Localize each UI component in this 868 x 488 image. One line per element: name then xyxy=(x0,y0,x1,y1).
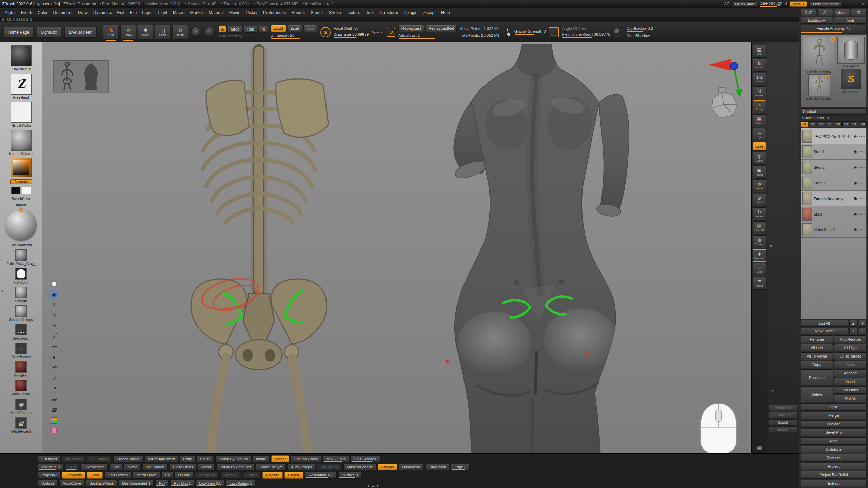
line-tool-icon[interactable]: ╱ xyxy=(50,332,58,341)
bottom-button[interactable]: Inflate xyxy=(253,455,270,462)
window-control-button[interactable]: – xyxy=(846,2,851,6)
draw-size-icon[interactable]: S xyxy=(320,27,331,37)
panel-top-button[interactable]: All xyxy=(817,9,833,16)
subtool-action-button[interactable]: Extract xyxy=(801,480,867,487)
Step 1[interactable]: Step 1 ◉ ● ● ● xyxy=(801,144,866,160)
local-symmetry-button[interactable]: ↔ L.Sym xyxy=(753,128,766,141)
subtool-action-button[interactable]: Align xyxy=(801,437,867,445)
bpr-button[interactable]: ▤ BPR xyxy=(753,45,766,58)
menu-item[interactable]: Document xyxy=(51,9,75,16)
alpha-preview-icon[interactable] xyxy=(205,27,216,38)
obj-shadow-slider[interactable]: ObjShadow 0.3 xyxy=(626,26,653,32)
alpha-brushalpha[interactable]: ~BrushAlpha xyxy=(11,102,32,127)
alternate-button[interactable]: Alternate xyxy=(10,179,32,184)
see-through-slider[interactable]: See-through: 0 xyxy=(760,1,787,7)
subtool-action-button[interactable]: All High xyxy=(834,344,867,351)
undo-icon[interactable]: ↶ xyxy=(50,363,58,372)
brush-smooth[interactable]: Smooth xyxy=(15,287,27,303)
version-tab[interactable]: V7 xyxy=(851,121,859,127)
focal-shift-slider[interactable]: Focal Shift -56 xyxy=(334,26,369,31)
replay-last-button[interactable]: ReplayLast xyxy=(398,25,424,32)
bottom-button[interactable]: Color xyxy=(87,472,103,479)
m-button[interactable]: M xyxy=(259,26,268,33)
bottom-button[interactable]: Morph UV xyxy=(195,472,219,479)
bottom-button[interactable]: Max 25 Min xyxy=(323,455,349,462)
menu-item[interactable]: Tool xyxy=(363,9,376,16)
visibility-eye-icon[interactable]: ◉ xyxy=(854,149,857,154)
version-tab[interactable]: V4 xyxy=(826,121,833,127)
menu-item[interactable]: Stroke xyxy=(326,9,344,16)
solo-button[interactable]: ◌ Solo xyxy=(753,263,766,276)
Make Step 0[interactable]: Make Step 0 ◉ ● ● ● xyxy=(801,222,866,238)
subtool-toggle-icons[interactable]: ● ● ● xyxy=(859,166,865,168)
rgb-button[interactable]: Rgb xyxy=(244,26,257,33)
brush-masklasso[interactable]: MaskLasso xyxy=(12,380,30,396)
subtool-action-button[interactable]: Append xyxy=(834,369,867,377)
color-picker[interactable] xyxy=(11,158,32,177)
move-mode-button[interactable]: ✥ Move xyxy=(138,25,153,40)
palette-icon[interactable] xyxy=(50,416,58,425)
tool-thumbnail-female-anatomy[interactable]: 7 xyxy=(803,37,835,69)
stroke-freehand[interactable]: Z FreeHand xyxy=(11,74,32,99)
tools-tab[interactable]: Tools xyxy=(834,17,867,24)
zadd-button[interactable]: Zadd xyxy=(271,25,286,32)
subtool-action-button[interactable]: Del Other xyxy=(834,386,867,394)
transp-button[interactable]: ◍ Transp xyxy=(753,235,766,248)
brush-claybuildup[interactable]: ClayBuildup xyxy=(11,45,32,71)
pencil-icon[interactable]: ✎ xyxy=(50,321,58,330)
gravity-strength-slider[interactable]: Gravity Strength 0 xyxy=(514,29,546,35)
menu-item[interactable]: Light xyxy=(156,9,170,16)
bottom-button[interactable]: ClayPolish xyxy=(425,464,450,470)
subtool-toggle-icons[interactable]: ● ● ● xyxy=(859,229,865,231)
bottom-button[interactable]: Polish By Features xyxy=(216,464,254,470)
bottom-button[interactable]: MidValue 0 xyxy=(38,464,63,470)
subtool-toggle-icons[interactable]: ● ● ● xyxy=(859,213,865,215)
subtool-action-button[interactable]: Paste xyxy=(834,361,867,368)
bottom-button[interactable]: Close Holes xyxy=(170,464,196,470)
menu-item[interactable]: Zplugin xyxy=(401,9,420,16)
anchor-badge[interactable]: A xyxy=(219,26,226,32)
move-up-button[interactable]: ▲ xyxy=(849,320,857,327)
subtool-action-button[interactable]: Merge xyxy=(801,412,867,419)
visibility-eye-icon[interactable]: ◉ xyxy=(854,227,857,232)
brush-meshextrude[interactable]: ▦ MeshExtrude xyxy=(11,399,32,415)
subtool-action-button[interactable]: All To Target xyxy=(834,352,867,360)
menu-item[interactable]: Material xyxy=(206,9,226,16)
persp-button[interactable]: △ Persp xyxy=(753,100,766,113)
subtool-action-button[interactable]: AutoReorder xyxy=(834,336,867,343)
floor-button[interactable]: ▦ Floor xyxy=(753,114,766,127)
bottom-button[interactable]: SDiv xyxy=(65,464,79,470)
menu-item[interactable]: Transform xyxy=(376,9,401,16)
subtool-action-button[interactable]: Boolean xyxy=(801,420,867,428)
version-tab[interactable]: V6 xyxy=(842,121,850,127)
clipboard-icon[interactable]: ▦ xyxy=(50,405,58,414)
bottom-button[interactable]: Crease xyxy=(284,472,303,479)
comment-icon[interactable]: ❝ xyxy=(50,384,58,393)
subtool-action-button[interactable]: Duplicate xyxy=(801,369,833,385)
bottom-button[interactable]: Mirror xyxy=(198,464,215,470)
bottom-button[interactable]: ZRemesher xyxy=(81,464,107,470)
menu-item[interactable]: Movie xyxy=(226,9,243,16)
bottom-button[interactable]: Same xyxy=(124,464,141,470)
subtool-action-button[interactable]: Del All xyxy=(834,395,867,402)
bottom-button[interactable]: Auto Groups xyxy=(288,464,315,470)
rotate-canvas-button[interactable]: ↻ Rotate xyxy=(753,207,766,220)
visibility-eye-icon[interactable]: ◉ xyxy=(854,181,857,185)
tray-divider-arrow[interactable]: ◄ xyxy=(769,244,772,248)
canvas-scrollbar[interactable]: ◄ ▬ ► xyxy=(366,484,380,487)
texture-export-button[interactable]: Export xyxy=(769,426,797,432)
bottom-button[interactable]: Uv xyxy=(162,472,173,479)
subtool-action-button[interactable]: All Low xyxy=(801,344,833,351)
frame-button[interactable]: ▣ Frame xyxy=(753,166,766,179)
panel-top-button[interactable]: GoZ xyxy=(801,9,816,16)
pencil-disabled-icon[interactable]: ✎ xyxy=(50,311,58,320)
bottom-button[interactable]: Roll Dist 1 xyxy=(170,480,194,487)
14강 여성 3단계 바디 각상 - [전완][interactable]: 14강 여성 3단계 바디 각상 - [전완] ◉ ● ● ● xyxy=(801,128,866,144)
angle-of-view-icon[interactable]: Persp xyxy=(549,27,559,37)
material-flat-color[interactable]: Flat Color xyxy=(13,268,29,284)
menu-item[interactable]: Alpha xyxy=(2,9,18,16)
menu-item[interactable]: Edit xyxy=(115,9,127,16)
menu-item[interactable]: Help xyxy=(438,9,453,16)
menu-item[interactable]: Render xyxy=(289,9,308,16)
menu-item[interactable]: Layer xyxy=(139,9,155,16)
